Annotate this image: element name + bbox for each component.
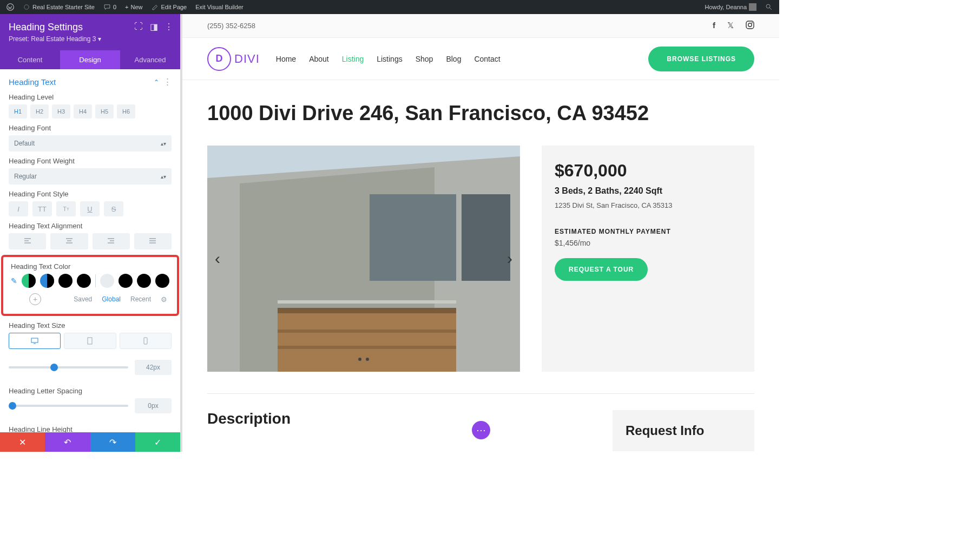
expand-icon[interactable]: ⛶ [134, 22, 143, 31]
svg-rect-3 [31, 338, 38, 342]
color-swatch-black3[interactable] [119, 274, 133, 288]
menu-home[interactable]: Home [276, 55, 296, 63]
fab-more-icon[interactable]: ⋯ [472, 421, 490, 439]
cancel-button[interactable]: ✕ [0, 432, 45, 452]
save-button[interactable]: ✓ [135, 432, 180, 452]
menu-listings[interactable]: Listings [377, 55, 402, 63]
palette-gear-icon[interactable]: ⚙ [161, 295, 167, 304]
select-arrow-icon: ▴▾ [161, 174, 166, 180]
device-tablet[interactable] [64, 333, 116, 349]
menu-blog[interactable]: Blog [446, 55, 461, 63]
heading-level-h5[interactable]: H5 [95, 104, 114, 118]
exit-builder-link[interactable]: Exit Visual Builder [192, 0, 246, 14]
align-center[interactable] [50, 233, 88, 249]
section-heading-text[interactable]: Heading Text ⌃ ⋮ [9, 77, 172, 87]
color-swatch-black1[interactable] [58, 274, 73, 288]
gallery-dot-1[interactable] [358, 358, 361, 361]
gallery-prev-icon[interactable]: ‹ [215, 249, 220, 268]
x-icon[interactable]: 𝕏 [727, 21, 734, 31]
svg-rect-13 [462, 194, 510, 281]
logo[interactable]: D DIVI [207, 47, 260, 71]
browse-listings-button[interactable]: BROWSE LISTINGS [648, 47, 754, 71]
label-line-height: Heading Line Height [9, 425, 172, 432]
tab-content[interactable]: Content [0, 50, 60, 69]
swatch-divider [95, 274, 96, 287]
comments-link[interactable]: 0 [100, 0, 120, 14]
align-right[interactable] [93, 233, 130, 249]
eyedropper-icon[interactable]: ✎ [11, 276, 17, 285]
dock-icon[interactable]: ◨ [149, 22, 159, 31]
listing-address: 1235 Divi St, San Fracisco, CA 35313 [555, 201, 741, 209]
wp-logo[interactable] [3, 0, 17, 14]
style-italic[interactable]: I [9, 201, 28, 216]
heading-level-h2[interactable]: H2 [30, 104, 49, 118]
svg-point-7 [748, 23, 752, 27]
request-tour-button[interactable]: REQUEST A TOUR [555, 258, 648, 281]
palette-recent[interactable]: Recent [130, 295, 151, 303]
preset-selector[interactable]: Preset: Real Estate Heading 3▾ [9, 35, 172, 43]
label-heading-weight: Heading Font Weight [9, 157, 172, 165]
menu-shop[interactable]: Shop [416, 55, 433, 63]
instagram-icon[interactable] [746, 21, 754, 31]
label-heading-align: Heading Text Alignment [9, 222, 172, 230]
phone-number: (255) 352-6258 [207, 22, 255, 30]
svg-rect-16 [278, 330, 456, 333]
facebook-icon[interactable]: f [713, 21, 715, 31]
gallery-dot-2[interactable] [366, 358, 369, 361]
color-swatch-black2[interactable] [77, 274, 91, 288]
heading-level-h6[interactable]: H6 [117, 104, 135, 118]
edit-page-link[interactable]: Edit Page [148, 0, 190, 14]
heading-font-select[interactable]: Default▴▾ [9, 135, 172, 151]
label-heading-color: Heading Text Color [11, 262, 169, 271]
spacing-value[interactable]: 0px [135, 398, 172, 413]
redo-button[interactable]: ↷ [90, 432, 135, 452]
device-desktop[interactable] [9, 333, 61, 349]
align-left[interactable] [9, 233, 46, 249]
palette-saved[interactable]: Saved [74, 295, 92, 303]
svg-rect-18 [278, 300, 456, 304]
request-info-title: Request Info [626, 423, 741, 438]
svg-rect-5 [144, 338, 147, 344]
device-phone[interactable] [120, 333, 172, 349]
heading-level-h4[interactable]: H4 [74, 104, 92, 118]
howdy-link[interactable]: Howdy, Deanna [702, 0, 760, 14]
logo-text: DIVI [234, 52, 260, 66]
new-link[interactable]: +New [122, 0, 146, 14]
undo-button[interactable]: ↶ [45, 432, 90, 452]
tab-advanced[interactable]: Advanced [120, 50, 180, 69]
menu-about[interactable]: About [309, 55, 329, 63]
slider-thumb[interactable] [9, 402, 16, 410]
menu-contact[interactable]: Contact [474, 55, 500, 63]
size-slider[interactable] [9, 366, 128, 368]
gallery: ‹ › [207, 146, 520, 372]
palette-global[interactable]: Global [102, 295, 121, 303]
listing-price: $670,000 [555, 161, 741, 181]
menu-listing[interactable]: Listing [342, 55, 364, 63]
color-swatch-blue[interactable] [40, 274, 54, 288]
tab-design[interactable]: Design [60, 50, 120, 69]
color-swatch-black4[interactable] [137, 274, 151, 288]
site-name-link[interactable]: Real Estate Starter Site [19, 0, 98, 14]
heading-weight-select[interactable]: Regular▴▾ [9, 168, 172, 185]
wp-search-icon[interactable] [762, 0, 776, 14]
align-justify[interactable] [134, 233, 172, 249]
svg-rect-17 [278, 346, 456, 349]
section-more-icon[interactable]: ⋮ [163, 77, 172, 86]
heading-level-h3[interactable]: H3 [52, 104, 70, 118]
listing-info-card: $670,000 3 Beds, 2 Baths, 2240 Sqft 1235… [542, 146, 754, 372]
style-strikethrough[interactable]: S [104, 201, 123, 216]
est-payment-value: $1,456/mo [555, 239, 741, 247]
size-value[interactable]: 42px [135, 360, 172, 375]
color-swatch-green[interactable] [22, 274, 36, 288]
color-swatch-black5[interactable] [155, 274, 169, 288]
style-uppercase[interactable]: TT [32, 201, 52, 216]
heading-level-h1[interactable]: H1 [9, 104, 27, 118]
slider-thumb[interactable] [50, 364, 58, 371]
add-swatch-button[interactable]: + [29, 293, 41, 305]
color-swatch-light[interactable] [100, 274, 114, 288]
more-icon[interactable]: ⋮ [164, 22, 174, 31]
gallery-next-icon[interactable]: › [507, 249, 512, 268]
spacing-slider[interactable] [9, 405, 128, 407]
style-smallcaps[interactable]: TT [56, 201, 76, 216]
style-underline[interactable]: U [80, 201, 100, 216]
